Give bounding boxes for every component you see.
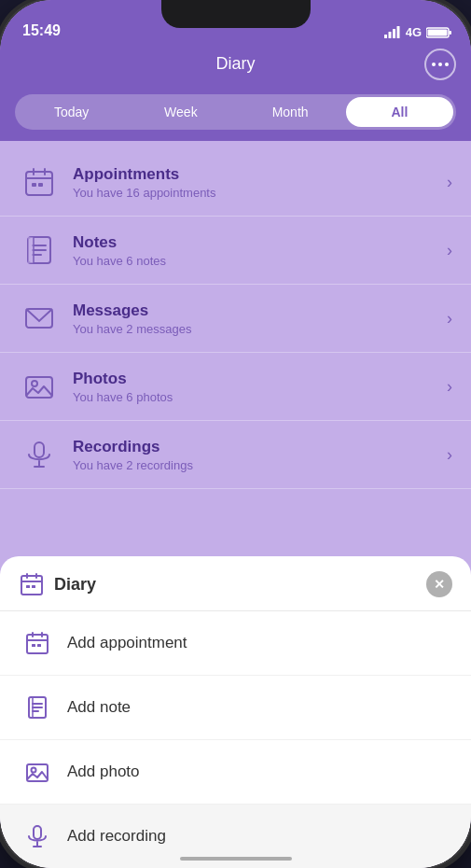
recordings-subtitle: You have 2 recordings xyxy=(73,458,447,472)
notes-title: Notes xyxy=(73,233,447,252)
status-icons: 4G xyxy=(384,25,452,39)
svg-rect-11 xyxy=(32,183,36,187)
messages-title: Messages xyxy=(73,301,447,320)
messages-text: Messages You have 2 messages xyxy=(73,301,447,336)
messages-icon xyxy=(19,298,60,339)
tab-bar: Today Week Month All xyxy=(0,87,471,141)
svg-point-44 xyxy=(32,768,36,773)
sheet-diary-icon xyxy=(19,571,45,597)
svg-rect-45 xyxy=(34,826,41,839)
add-note-icon xyxy=(22,693,52,722)
notes-subtitle: You have 6 notes xyxy=(73,254,447,268)
svg-rect-1 xyxy=(388,32,391,38)
notes-text: Notes You have 6 notes xyxy=(73,233,447,268)
recordings-title: Recordings xyxy=(73,438,447,456)
svg-rect-31 xyxy=(32,585,35,588)
photos-title: Photos xyxy=(73,370,447,388)
home-indicator xyxy=(180,857,292,861)
three-dots-icon xyxy=(432,63,449,66)
photos-text: Photos You have 6 photos xyxy=(73,370,447,404)
appointments-subtitle: You have 16 appointments xyxy=(73,186,447,200)
sheet-item-add-appointment[interactable]: Add appointment xyxy=(0,611,471,676)
sheet-header: Diary ✕ xyxy=(0,571,471,611)
add-photo-icon xyxy=(22,757,52,787)
tab-month[interactable]: Month xyxy=(237,97,344,127)
recordings-icon xyxy=(19,434,60,475)
signal-icon xyxy=(384,26,401,38)
appointments-icon xyxy=(19,161,60,203)
app-header: Diary xyxy=(0,47,471,87)
sheet-actions: Add appointment Add note xyxy=(0,611,471,868)
add-appointment-label: Add appointment xyxy=(67,634,187,652)
recordings-chevron: › xyxy=(447,445,452,465)
list-item-appointments[interactable]: Appointments You have 16 appointments › xyxy=(0,148,471,217)
svg-rect-32 xyxy=(27,635,48,653)
main-content: Appointments You have 16 appointments › xyxy=(0,141,471,627)
tab-row: Today Week Month All xyxy=(15,94,456,130)
tab-today[interactable]: Today xyxy=(18,97,125,127)
network-type: 4G xyxy=(406,25,422,39)
add-photo-label: Add photo xyxy=(67,763,140,781)
svg-point-22 xyxy=(32,381,37,386)
menu-button[interactable] xyxy=(424,49,456,80)
recordings-text: Recordings You have 2 recordings xyxy=(73,438,447,472)
svg-rect-43 xyxy=(27,764,48,781)
add-recording-icon xyxy=(22,821,52,851)
appointments-title: Appointments xyxy=(73,165,447,184)
battery-icon xyxy=(426,26,452,39)
svg-rect-17 xyxy=(28,237,34,263)
screen: 15:49 4G Diary xyxy=(0,0,471,868)
close-button[interactable]: ✕ xyxy=(426,571,452,597)
svg-rect-3 xyxy=(396,26,399,38)
appointments-chevron: › xyxy=(447,173,452,192)
svg-rect-21 xyxy=(26,377,52,398)
bottom-sheet: Diary ✕ Add xyxy=(0,556,471,868)
list-item-notes[interactable]: Notes You have 6 notes › xyxy=(0,217,471,285)
sheet-title: Diary xyxy=(54,575,426,595)
messages-chevron: › xyxy=(447,309,452,329)
svg-rect-23 xyxy=(35,442,44,457)
add-appointment-icon xyxy=(22,628,52,658)
svg-rect-36 xyxy=(32,644,35,647)
svg-rect-12 xyxy=(38,183,43,187)
svg-rect-0 xyxy=(384,35,387,38)
tab-all[interactable]: All xyxy=(346,97,453,127)
sheet-item-add-note[interactable]: Add note xyxy=(0,676,471,740)
svg-rect-30 xyxy=(26,585,30,588)
photos-icon xyxy=(19,366,60,407)
notes-chevron: › xyxy=(447,241,452,260)
notes-icon xyxy=(19,230,60,271)
add-recording-label: Add recording xyxy=(67,827,166,846)
phone-frame: 15:49 4G Diary xyxy=(0,0,471,868)
svg-rect-2 xyxy=(393,29,395,38)
list-item-recordings[interactable]: Recordings You have 2 recordings › xyxy=(0,421,471,489)
messages-subtitle: You have 2 messages xyxy=(73,322,447,336)
photos-chevron: › xyxy=(447,377,452,397)
list-item-photos[interactable]: Photos You have 6 photos › xyxy=(0,353,471,421)
list-item-messages[interactable]: Messages You have 2 messages › xyxy=(0,285,471,353)
svg-rect-5 xyxy=(450,31,452,35)
appointments-text: Appointments You have 16 appointments xyxy=(73,165,447,200)
add-note-label: Add note xyxy=(67,698,131,717)
svg-rect-37 xyxy=(37,644,41,647)
header-title: Diary xyxy=(215,54,255,74)
photos-subtitle: You have 6 photos xyxy=(73,390,447,404)
notch xyxy=(161,0,311,28)
tab-week[interactable]: Week xyxy=(127,97,234,127)
svg-rect-26 xyxy=(21,576,42,595)
sheet-item-add-photo[interactable]: Add photo xyxy=(0,740,471,805)
svg-rect-6 xyxy=(428,29,448,35)
